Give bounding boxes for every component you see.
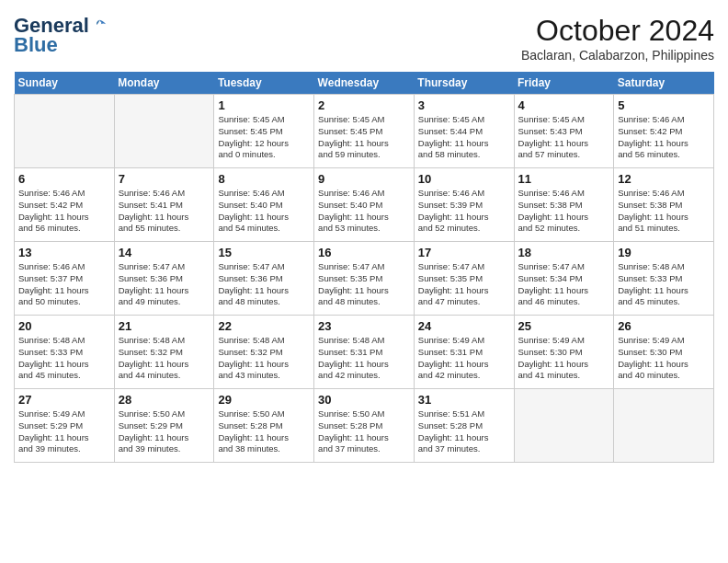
day-info: Sunrise: 5:46 AM Sunset: 5:38 PM Dayligh…	[618, 188, 710, 235]
day-info: Sunrise: 5:49 AM Sunset: 5:30 PM Dayligh…	[518, 335, 610, 382]
day-number: 11	[518, 172, 610, 186]
day-info: Sunrise: 5:47 AM Sunset: 5:36 PM Dayligh…	[119, 261, 210, 308]
calendar-week-4: 27Sunrise: 5:49 AM Sunset: 5:29 PM Dayli…	[15, 389, 714, 463]
day-number: 9	[318, 172, 410, 186]
day-info: Sunrise: 5:46 AM Sunset: 5:38 PM Dayligh…	[518, 188, 610, 235]
day-number: 26	[618, 319, 710, 333]
calendar-cell: 19Sunrise: 5:48 AM Sunset: 5:33 PM Dayli…	[614, 242, 714, 316]
day-info: Sunrise: 5:45 AM Sunset: 5:44 PM Dayligh…	[418, 114, 510, 161]
day-number: 31	[418, 393, 510, 407]
day-number: 25	[518, 319, 610, 333]
day-info: Sunrise: 5:45 AM Sunset: 5:45 PM Dayligh…	[218, 114, 310, 161]
calendar-cell: 11Sunrise: 5:46 AM Sunset: 5:38 PM Dayli…	[514, 168, 614, 242]
day-number: 1	[218, 98, 310, 112]
day-number: 21	[119, 319, 210, 333]
calendar-cell	[15, 95, 115, 168]
calendar-week-0: 1Sunrise: 5:45 AM Sunset: 5:45 PM Daylig…	[15, 95, 714, 168]
day-number: 7	[119, 172, 210, 186]
day-number: 18	[518, 246, 610, 259]
day-info: Sunrise: 5:48 AM Sunset: 5:33 PM Dayligh…	[618, 261, 710, 308]
day-info: Sunrise: 5:46 AM Sunset: 5:41 PM Dayligh…	[119, 188, 210, 235]
day-info: Sunrise: 5:45 AM Sunset: 5:43 PM Dayligh…	[518, 114, 610, 161]
calendar-body: 1Sunrise: 5:45 AM Sunset: 5:45 PM Daylig…	[15, 95, 714, 463]
calendar-cell: 3Sunrise: 5:45 AM Sunset: 5:44 PM Daylig…	[414, 95, 514, 168]
calendar-cell: 23Sunrise: 5:48 AM Sunset: 5:31 PM Dayli…	[314, 316, 415, 389]
day-number: 30	[318, 393, 410, 407]
calendar-cell: 2Sunrise: 5:45 AM Sunset: 5:45 PM Daylig…	[314, 95, 415, 168]
calendar-cell: 8Sunrise: 5:46 AM Sunset: 5:40 PM Daylig…	[214, 168, 314, 242]
day-number: 10	[418, 172, 510, 186]
day-number: 16	[318, 246, 410, 259]
day-info: Sunrise: 5:48 AM Sunset: 5:33 PM Dayligh…	[18, 335, 110, 382]
calendar-cell: 13Sunrise: 5:46 AM Sunset: 5:37 PM Dayli…	[15, 242, 115, 316]
calendar-cell	[514, 389, 614, 463]
day-info: Sunrise: 5:46 AM Sunset: 5:39 PM Dayligh…	[418, 188, 510, 235]
weekday-header-wednesday: Wednesday	[314, 72, 415, 95]
calendar-table: SundayMondayTuesdayWednesdayThursdayFrid…	[14, 72, 714, 463]
day-number: 15	[218, 246, 310, 259]
day-info: Sunrise: 5:45 AM Sunset: 5:45 PM Dayligh…	[318, 114, 410, 161]
day-number: 14	[119, 246, 210, 259]
day-info: Sunrise: 5:47 AM Sunset: 5:34 PM Dayligh…	[518, 261, 610, 308]
calendar-cell: 1Sunrise: 5:45 AM Sunset: 5:45 PM Daylig…	[214, 95, 314, 168]
calendar-week-1: 6Sunrise: 5:46 AM Sunset: 5:42 PM Daylig…	[15, 168, 714, 242]
calendar-cell: 20Sunrise: 5:48 AM Sunset: 5:33 PM Dayli…	[15, 316, 115, 389]
calendar-cell: 17Sunrise: 5:47 AM Sunset: 5:35 PM Dayli…	[414, 242, 514, 316]
calendar-cell: 5Sunrise: 5:46 AM Sunset: 5:42 PM Daylig…	[614, 95, 714, 168]
calendar-cell	[114, 95, 214, 168]
calendar-cell: 14Sunrise: 5:47 AM Sunset: 5:36 PM Dayli…	[114, 242, 214, 316]
day-info: Sunrise: 5:48 AM Sunset: 5:31 PM Dayligh…	[318, 335, 410, 382]
day-info: Sunrise: 5:46 AM Sunset: 5:37 PM Dayligh…	[18, 261, 110, 308]
calendar-cell: 28Sunrise: 5:50 AM Sunset: 5:29 PM Dayli…	[114, 389, 214, 463]
calendar-week-3: 20Sunrise: 5:48 AM Sunset: 5:33 PM Dayli…	[15, 316, 714, 389]
calendar-cell: 12Sunrise: 5:46 AM Sunset: 5:38 PM Dayli…	[614, 168, 714, 242]
day-info: Sunrise: 5:46 AM Sunset: 5:40 PM Dayligh…	[318, 188, 410, 235]
calendar-week-2: 13Sunrise: 5:46 AM Sunset: 5:37 PM Dayli…	[15, 242, 714, 316]
calendar-cell: 18Sunrise: 5:47 AM Sunset: 5:34 PM Dayli…	[514, 242, 614, 316]
calendar-cell: 25Sunrise: 5:49 AM Sunset: 5:30 PM Dayli…	[514, 316, 614, 389]
calendar-cell: 7Sunrise: 5:46 AM Sunset: 5:41 PM Daylig…	[114, 168, 214, 242]
title-area: October 2024 Baclaran, Calabarzon, Phili…	[521, 14, 714, 63]
calendar-cell: 22Sunrise: 5:48 AM Sunset: 5:32 PM Dayli…	[214, 316, 314, 389]
day-number: 8	[218, 172, 310, 186]
calendar-cell: 30Sunrise: 5:50 AM Sunset: 5:28 PM Dayli…	[314, 389, 415, 463]
calendar-cell: 27Sunrise: 5:49 AM Sunset: 5:29 PM Dayli…	[15, 389, 115, 463]
day-number: 2	[318, 98, 410, 112]
day-info: Sunrise: 5:50 AM Sunset: 5:28 PM Dayligh…	[318, 408, 410, 455]
calendar-cell: 10Sunrise: 5:46 AM Sunset: 5:39 PM Dayli…	[414, 168, 514, 242]
month-title: October 2024	[521, 14, 714, 48]
day-number: 19	[618, 246, 710, 259]
day-number: 29	[218, 393, 310, 407]
logo: General Blue	[14, 14, 108, 57]
day-info: Sunrise: 5:46 AM Sunset: 5:42 PM Dayligh…	[18, 188, 110, 235]
calendar-cell: 4Sunrise: 5:45 AM Sunset: 5:43 PM Daylig…	[514, 95, 614, 168]
weekday-header-sunday: Sunday	[15, 72, 115, 95]
calendar-cell: 16Sunrise: 5:47 AM Sunset: 5:35 PM Dayli…	[314, 242, 415, 316]
day-number: 6	[18, 172, 110, 186]
calendar-cell: 6Sunrise: 5:46 AM Sunset: 5:42 PM Daylig…	[15, 168, 115, 242]
day-info: Sunrise: 5:48 AM Sunset: 5:32 PM Dayligh…	[218, 335, 310, 382]
weekday-header-saturday: Saturday	[614, 72, 714, 95]
calendar-cell: 21Sunrise: 5:48 AM Sunset: 5:32 PM Dayli…	[114, 316, 214, 389]
calendar-cell: 26Sunrise: 5:49 AM Sunset: 5:30 PM Dayli…	[614, 316, 714, 389]
location-text: Baclaran, Calabarzon, Philippines	[521, 48, 714, 63]
day-info: Sunrise: 5:47 AM Sunset: 5:35 PM Dayligh…	[318, 261, 410, 308]
day-info: Sunrise: 5:46 AM Sunset: 5:42 PM Dayligh…	[618, 114, 710, 161]
day-number: 4	[518, 98, 610, 112]
day-number: 12	[618, 172, 710, 186]
day-number: 24	[418, 319, 510, 333]
day-number: 17	[418, 246, 510, 259]
day-number: 20	[18, 319, 110, 333]
day-info: Sunrise: 5:50 AM Sunset: 5:29 PM Dayligh…	[119, 408, 210, 455]
day-number: 5	[618, 98, 710, 112]
day-number: 28	[119, 393, 210, 407]
day-info: Sunrise: 5:47 AM Sunset: 5:36 PM Dayligh…	[218, 261, 310, 308]
calendar-cell: 9Sunrise: 5:46 AM Sunset: 5:40 PM Daylig…	[314, 168, 415, 242]
day-info: Sunrise: 5:51 AM Sunset: 5:28 PM Dayligh…	[418, 408, 510, 455]
day-number: 3	[418, 98, 510, 112]
day-info: Sunrise: 5:48 AM Sunset: 5:32 PM Dayligh…	[119, 335, 210, 382]
calendar-cell: 15Sunrise: 5:47 AM Sunset: 5:36 PM Dayli…	[214, 242, 314, 316]
calendar-cell	[614, 389, 714, 463]
logo-bird-icon	[91, 17, 108, 34]
day-number: 22	[218, 319, 310, 333]
